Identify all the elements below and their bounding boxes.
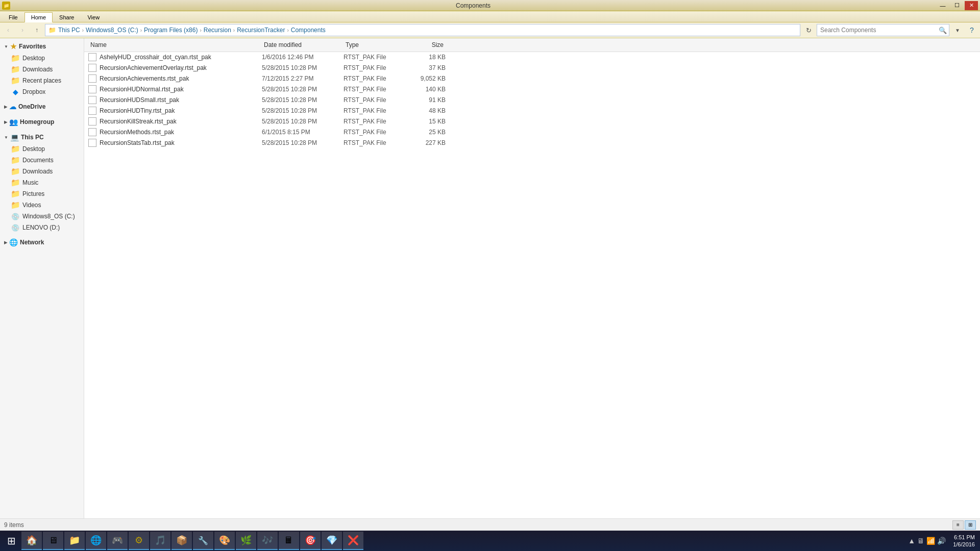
col-header-name[interactable]: Name bbox=[88, 40, 262, 49]
sidebar-onedrive-header[interactable]: ▶ ☁ OneDrive bbox=[0, 101, 84, 113]
chrome-taskbar-icon: 🌐 bbox=[90, 535, 102, 546]
back-button[interactable]: ‹ bbox=[2, 24, 14, 36]
tab-file[interactable]: File bbox=[2, 12, 24, 22]
taskbar-app-15[interactable]: 💎 bbox=[322, 532, 342, 550]
taskbar-app-chrome[interactable]: 🌐 bbox=[86, 532, 106, 550]
sidebar-item-dropbox[interactable]: ◆ Dropbox bbox=[0, 86, 84, 97]
file-date-cell: 5/28/2015 10:28 PM bbox=[262, 107, 344, 114]
breadcrumb-components[interactable]: Components bbox=[291, 27, 326, 34]
table-row[interactable]: AshelyHUD_crosshair_dot_cyan.rtst_pak 1/… bbox=[84, 52, 980, 63]
file-type-cell: RTST_PAK File bbox=[344, 107, 405, 114]
start-button[interactable]: ⊞ bbox=[2, 532, 20, 550]
taskbar-app-14[interactable]: 🎯 bbox=[300, 532, 321, 550]
explorer-taskbar-icon: 🖥 bbox=[48, 535, 58, 546]
file-date-cell: 5/28/2015 10:28 PM bbox=[262, 139, 344, 146]
sidebar-item-videos-pc[interactable]: 📁 Videos bbox=[0, 199, 84, 211]
col-header-size[interactable]: Size bbox=[405, 40, 446, 49]
tab-share[interactable]: Share bbox=[53, 12, 81, 22]
sidebar-item-pictures-pc[interactable]: 📁 Pictures bbox=[0, 188, 84, 199]
minimize-button[interactable]: — bbox=[936, 1, 949, 10]
file-area: Name Date modified Type Size AshelyHUD_c… bbox=[84, 38, 980, 518]
maximize-button[interactable]: ☐ bbox=[950, 1, 964, 10]
taskbar-right: ▲ 🖥 📶 🔊 6:51 PM 1/6/2016 bbox=[906, 534, 978, 548]
col-header-date[interactable]: Date modified bbox=[262, 40, 344, 49]
sidebar-favorites-header[interactable]: ▼ ★ Favorites bbox=[0, 40, 84, 53]
taskbar-app-calc[interactable]: 🖩 bbox=[279, 532, 299, 550]
large-view-button[interactable]: ⊞ bbox=[965, 520, 976, 530]
taskbar-clock[interactable]: 6:51 PM 1/6/2016 bbox=[950, 534, 978, 548]
details-view-button[interactable]: ≡ bbox=[952, 520, 964, 530]
thispc-label: This PC bbox=[21, 134, 44, 141]
tab-view[interactable]: View bbox=[81, 12, 106, 22]
search-input[interactable] bbox=[817, 26, 937, 35]
taskbar-app-11[interactable]: 🌿 bbox=[236, 532, 256, 550]
breadcrumb-this-pc[interactable]: This PC bbox=[58, 27, 80, 34]
sidebar-thispc-header[interactable]: ▼ 💻 This PC bbox=[0, 131, 84, 143]
sidebar-homegroup-header[interactable]: ▶ 👥 Homegroup bbox=[0, 116, 84, 128]
forward-button[interactable]: › bbox=[16, 24, 29, 36]
file-icon bbox=[88, 74, 96, 83]
sidebar-network-header[interactable]: ▶ 🌐 Network bbox=[0, 236, 84, 248]
taskbar-app-music[interactable]: 🎵 bbox=[150, 532, 170, 550]
table-row[interactable]: RecursionHUDTiny.rtst_pak 5/28/2015 10:2… bbox=[84, 106, 980, 116]
sidebar-item-c-drive[interactable]: 💿 Windows8_OS (C:) bbox=[0, 211, 84, 222]
sidebar-item-label: Downloads bbox=[22, 66, 53, 73]
table-row[interactable]: RecursionAchievements.rtst_pak 7/12/2015… bbox=[84, 73, 980, 84]
network-collapse-icon: ▶ bbox=[4, 240, 7, 245]
file-name: RecursionHUDTiny.rtst_pak bbox=[100, 107, 175, 114]
table-row[interactable]: RecursionHUDSmall.rtst_pak 5/28/2015 10:… bbox=[84, 95, 980, 106]
col-header-type[interactable]: Type bbox=[344, 40, 405, 49]
file-name-cell: RecursionStatsTab.rtst_pak bbox=[88, 139, 262, 147]
options-button[interactable]: ▼ bbox=[951, 24, 964, 36]
sidebar-item-downloads-pc[interactable]: 📁 Downloads bbox=[0, 166, 84, 177]
tray-wifi-icon[interactable]: 📶 bbox=[926, 537, 935, 545]
table-row[interactable]: RecursionMethods.rtst_pak 6/1/2015 8:15 … bbox=[84, 127, 980, 138]
close-button[interactable]: ✕ bbox=[965, 1, 978, 10]
breadcrumb-program-files[interactable]: Program Files (x86) bbox=[144, 27, 198, 34]
taskbar-app-spotify[interactable]: 🎶 bbox=[257, 532, 278, 550]
breadcrumb-recursion[interactable]: Recursion bbox=[204, 27, 231, 34]
sidebar-item-label: Videos bbox=[22, 202, 41, 209]
sidebar-item-desktop-pc[interactable]: 📁 Desktop bbox=[0, 143, 84, 155]
file-size-cell: 18 KB bbox=[405, 54, 446, 61]
taskbar-app-steam[interactable]: 🎮 bbox=[107, 532, 128, 550]
app9-taskbar-icon: 🔧 bbox=[198, 536, 208, 545]
taskbar-app-nvidia[interactable]: 🎨 bbox=[214, 532, 235, 550]
file-size-cell: 25 KB bbox=[405, 129, 446, 136]
sidebar-item-desktop-fav[interactable]: 📁 Desktop bbox=[0, 53, 84, 64]
table-row[interactable]: RecursionHUDNormal.rtst_pak 5/28/2015 10… bbox=[84, 84, 980, 95]
search-icon[interactable]: 🔍 bbox=[937, 24, 949, 36]
sidebar-item-documents-pc[interactable]: 📁 Documents bbox=[0, 155, 84, 166]
help-button[interactable]: ? bbox=[966, 24, 978, 36]
file-size-cell: 15 KB bbox=[405, 118, 446, 125]
sidebar-item-d-drive[interactable]: 💿 LENOVO (D:) bbox=[0, 222, 84, 233]
search-box[interactable]: 🔍 bbox=[817, 24, 949, 36]
table-row[interactable]: RecursionStatsTab.rtst_pak 5/28/2015 10:… bbox=[84, 138, 980, 148]
refresh-button[interactable]: ↻ bbox=[802, 24, 815, 36]
taskbar-app-6[interactable]: ⚙ bbox=[129, 532, 149, 550]
tray-network-icon[interactable]: 🖥 bbox=[917, 537, 924, 545]
taskbar-app-home[interactable]: 🏠 bbox=[21, 532, 42, 550]
item-count: 9 items bbox=[4, 521, 24, 529]
app11-taskbar-icon: 🌿 bbox=[240, 535, 252, 546]
sidebar-item-music-pc[interactable]: 📁 Music bbox=[0, 177, 84, 188]
file-date-cell: 7/12/2015 2:27 PM bbox=[262, 75, 344, 82]
sidebar-item-recent-fav[interactable]: 📁 Recent places bbox=[0, 75, 84, 86]
c-drive-icon: 💿 bbox=[11, 212, 19, 220]
table-row[interactable]: RecursionAchievementOverlay.rtst_pak 5/2… bbox=[84, 63, 980, 73]
taskbar-app-filemanager[interactable]: 📁 bbox=[64, 532, 85, 550]
tray-volume-icon[interactable]: 🔊 bbox=[937, 537, 946, 545]
ribbon: File Home Share View bbox=[0, 11, 980, 22]
taskbar-app-16[interactable]: ❌ bbox=[343, 532, 363, 550]
taskbar-app-8[interactable]: 📦 bbox=[172, 532, 192, 550]
up-button[interactable]: ↑ bbox=[31, 24, 43, 36]
taskbar-app-9[interactable]: 🔧 bbox=[193, 532, 213, 550]
tab-home[interactable]: Home bbox=[24, 12, 53, 22]
breadcrumb-c-drive[interactable]: Windows8_OS (C:) bbox=[86, 27, 138, 34]
breadcrumb-recursiontracker[interactable]: RecursionTracker bbox=[237, 27, 285, 34]
table-row[interactable]: RecursionKillStreak.rtst_pak 5/28/2015 1… bbox=[84, 116, 980, 127]
file-type-cell: RTST_PAK File bbox=[344, 139, 405, 146]
tray-arrow-icon[interactable]: ▲ bbox=[908, 537, 915, 545]
sidebar-item-downloads-fav[interactable]: 📁 Downloads bbox=[0, 64, 84, 75]
taskbar-app-explorer[interactable]: 🖥 bbox=[43, 532, 63, 550]
